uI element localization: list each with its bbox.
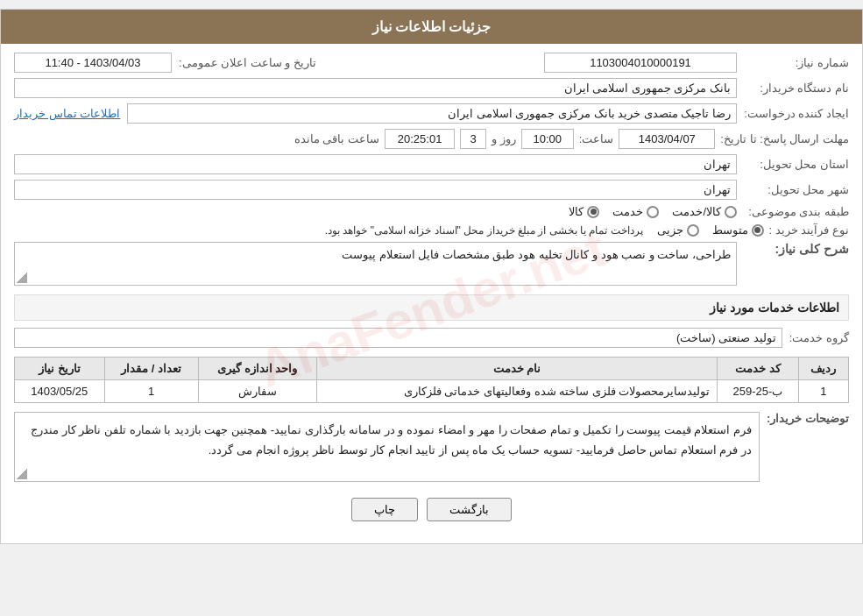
announce-date-label: تاریخ و ساعت اعلان عمومی: bbox=[179, 56, 316, 69]
col-header-name: نام خدمت bbox=[316, 358, 718, 380]
creator-label: ایجاد کننده درخواست: bbox=[744, 107, 849, 120]
resize-handle-desc[interactable] bbox=[17, 273, 27, 283]
process-label: نوع فرآیند خرید : bbox=[769, 223, 849, 237]
need-number-label: شماره نیاز: bbox=[744, 56, 849, 69]
need-desc-label: شرح کلی نیاز: bbox=[744, 242, 849, 256]
deadline-days: 3 bbox=[460, 129, 486, 149]
city-label: شهر محل تحویل: bbox=[744, 183, 849, 196]
deadline-days-label: روز و bbox=[492, 132, 516, 145]
creator-row: ایجاد کننده درخواست: رضا تاجیک متصدی خری… bbox=[14, 103, 849, 124]
services-section-label: اطلاعات خدمات مورد نیاز bbox=[710, 301, 839, 315]
back-button[interactable]: بازگشت bbox=[427, 498, 512, 521]
requester-org-value: بانک مرکزی جمهوری اسلامی ایران bbox=[14, 78, 737, 98]
page-header: جزئیات اطلاعات نیاز bbox=[1, 10, 862, 44]
category-option-kala-khedmat[interactable]: کالا/خدمت bbox=[672, 205, 737, 218]
radio-motavasset-icon bbox=[752, 224, 764, 237]
creator-value: رضا تاجیک متصدی خرید بانک مرکزی جمهوری ا… bbox=[127, 103, 737, 124]
category-option-kala-label: کالا bbox=[569, 205, 584, 218]
requester-org-row: نام دستگاه خریدار: بانک مرکزی جمهوری اسل… bbox=[14, 78, 849, 98]
radio-kala-icon bbox=[587, 206, 599, 218]
need-desc-row: شرح کلی نیاز: طراحی، ساخت و نصب هود و کا… bbox=[14, 242, 849, 286]
deadline-time: 10:00 bbox=[521, 129, 574, 149]
group-row: گروه خدمت: تولید صنعتی (ساخت) bbox=[14, 328, 849, 348]
need-number-value: 1103004010000191 bbox=[544, 53, 737, 73]
services-section-header: اطلاعات خدمات مورد نیاز bbox=[14, 294, 849, 321]
province-label: استان محل تحویل: bbox=[744, 158, 849, 171]
services-table: ردیف کد خدمت نام خدمت واحد اندازه گیری ت… bbox=[14, 357, 849, 403]
process-option-motavasset[interactable]: متوسط bbox=[712, 223, 764, 237]
buyer-notes-text: فرم استعلام قیمت پیوست را تکمیل و تمام ص… bbox=[31, 423, 752, 457]
category-radio-group: کالا/خدمت خدمت کالا bbox=[569, 205, 737, 218]
need-desc-value: طراحی، ساخت و نصب هود و کانال تخلیه هود … bbox=[14, 242, 737, 286]
col-header-date: تاریخ نیاز bbox=[15, 358, 105, 380]
deadline-date: 1403/04/07 bbox=[619, 129, 715, 149]
radio-khedmat-icon bbox=[647, 206, 659, 218]
page-title: جزئیات اطلاعات نیاز bbox=[372, 19, 492, 34]
process-note: پرداخت تمام یا بخشی از مبلغ خریداز محل "… bbox=[325, 224, 643, 237]
cell-name: تولیدسایرمحصولات فلزی ساخته شده وفعالیته… bbox=[316, 380, 718, 403]
col-header-unit: واحد اندازه گیری bbox=[198, 358, 316, 380]
buyer-notes-row: توضیحات خریدار: فرم استعلام قیمت پیوست ر… bbox=[14, 412, 849, 482]
buyer-notes-label: توضیحات خریدار: bbox=[767, 412, 849, 425]
requester-org-label: نام دستگاه خریدار: bbox=[744, 81, 849, 95]
cell-unit: سفارش bbox=[198, 380, 316, 403]
radio-kala-khedmat-icon bbox=[725, 206, 737, 218]
category-option-khedmat-label: خدمت bbox=[612, 205, 643, 218]
deadline-label: مهلت ارسال پاسخ: تا تاریخ: bbox=[720, 132, 849, 145]
col-header-row: ردیف bbox=[798, 358, 848, 380]
process-option-jozi-label: جزیی bbox=[657, 223, 683, 237]
countdown-value: 20:25:01 bbox=[385, 129, 455, 149]
radio-jozi-icon bbox=[687, 224, 699, 237]
cell-code: ب-25-259 bbox=[718, 380, 798, 403]
deadline-time-label: ساعت: bbox=[579, 132, 614, 145]
deadline-row: مهلت ارسال پاسخ: تا تاریخ: 1403/04/07 سا… bbox=[14, 129, 849, 149]
resize-handle-notes[interactable] bbox=[17, 469, 27, 479]
announce-date-value: 1403/04/03 - 11:40 bbox=[14, 53, 172, 73]
col-header-code: کد خدمت bbox=[718, 358, 798, 380]
province-row: استان محل تحویل: تهران bbox=[14, 154, 849, 174]
category-row: طبقه بندی موضوعی: کالا/خدمت خدمت کالا bbox=[14, 205, 849, 218]
need-desc-text: طراحی، ساخت و نصب هود و کانال تخلیه هود … bbox=[342, 248, 731, 261]
category-option-kala-khedmat-label: کالا/خدمت bbox=[672, 205, 721, 218]
buttons-row: بازگشت چاپ bbox=[14, 489, 849, 535]
print-button[interactable]: چاپ bbox=[351, 498, 418, 521]
need-number-row: شماره نیاز: 1103004010000191 تاریخ و ساع… bbox=[14, 53, 849, 73]
table-row: 1 ب-25-259 تولیدسایرمحصولات فلزی ساخته ش… bbox=[15, 380, 849, 403]
cell-date: 1403/05/25 bbox=[15, 380, 105, 403]
category-label: طبقه بندی موضوعی: bbox=[744, 205, 849, 218]
services-section: ردیف کد خدمت نام خدمت واحد اندازه گیری ت… bbox=[14, 357, 849, 403]
process-option-jozi[interactable]: جزیی bbox=[657, 223, 699, 237]
countdown-label: ساعت باقی مانده bbox=[294, 132, 379, 145]
province-value: تهران bbox=[14, 154, 737, 174]
col-header-quantity: تعداد / مقدار bbox=[104, 358, 198, 380]
category-option-khedmat[interactable]: خدمت bbox=[612, 205, 659, 218]
cell-quantity: 1 bbox=[104, 380, 198, 403]
city-row: شهر محل تحویل: تهران bbox=[14, 180, 849, 200]
services-group-label: گروه خدمت: bbox=[789, 331, 849, 344]
process-option-motavasset-label: متوسط bbox=[712, 223, 748, 237]
cell-row: 1 bbox=[798, 380, 848, 403]
content-area: شماره نیاز: 1103004010000191 تاریخ و ساع… bbox=[1, 44, 862, 543]
process-row: نوع فرآیند خرید : متوسط جزیی پرداخت تمام… bbox=[14, 223, 849, 237]
category-option-kala[interactable]: کالا bbox=[569, 205, 599, 218]
contact-link[interactable]: اطلاعات تماس خریدار bbox=[14, 107, 120, 120]
city-value: تهران bbox=[14, 180, 737, 200]
buyer-notes-value: فرم استعلام قیمت پیوست را تکمیل و تمام ص… bbox=[14, 412, 760, 482]
services-group-value: تولید صنعتی (ساخت) bbox=[14, 328, 782, 348]
page-wrapper: جزئیات اطلاعات نیاز شماره نیاز: 11030040… bbox=[0, 9, 863, 544]
process-radio-group: متوسط جزیی bbox=[657, 223, 764, 237]
